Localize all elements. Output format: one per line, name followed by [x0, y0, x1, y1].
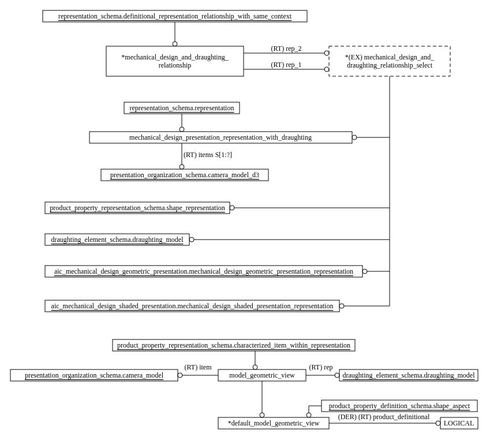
entity-label: product_property_representation_schema.s… [50, 204, 225, 212]
supertype-marker [173, 42, 177, 46]
edge-marker [324, 67, 329, 72]
entity-label: relationship [159, 61, 192, 69]
edge-marker [436, 421, 440, 425]
edge-marker [180, 165, 184, 169]
entity-label: draughting_element_schema.draughting_mod… [51, 236, 184, 244]
select-marker [230, 206, 234, 210]
select-marker [352, 135, 357, 140]
entity-label: draughting_element_schema.draughting_mod… [343, 371, 476, 379]
edge-label: (RT) rep_2 [271, 44, 302, 53]
select-marker [362, 269, 367, 274]
edge-label: (RT) items S[1:?] [184, 151, 232, 159]
entity-label: representation_schema.representation [130, 104, 234, 112]
entity-label: product_property_representation_schema.c… [117, 341, 350, 349]
edge-marker [324, 51, 329, 55]
edge-marker [335, 373, 339, 378]
type-label: LOGICAL [444, 419, 474, 427]
entity-label: product_property_definition_schema.shape… [329, 402, 470, 410]
entity-label: representation_schema.definitional_repre… [58, 12, 292, 20]
entity-label: aic_mechanical_design_geometric_presenta… [54, 267, 353, 275]
supertype-marker [253, 365, 257, 369]
select-marker [189, 237, 194, 242]
edge-marker [178, 373, 182, 378]
edge-label: (RT) rep [309, 363, 333, 371]
supertype-marker [260, 413, 264, 417]
entity-label: presentation_organization_schema.camera_… [25, 371, 164, 379]
entity-label: model_geometric_view [229, 371, 295, 379]
entity-label: aic_mechanical_design_shaded_presentatio… [51, 302, 334, 310]
entity-label: presentation_organization_schema.camera_… [110, 171, 259, 179]
edge-label: (RT) rep_1 [271, 61, 302, 69]
supertype-marker [180, 127, 184, 132]
entity-label: *mechanical_design_and_draughting_ [121, 53, 229, 61]
entity-label: mechanical_design_presentation_represent… [129, 133, 312, 141]
entity-label: *default_model_geometric_view [228, 419, 320, 427]
select-label: *(EX) mechanical_design_and_ [345, 53, 435, 61]
select-label: draughting_relationship_select [347, 61, 433, 69]
select-marker [339, 304, 344, 308]
edge-label: (RT) item [185, 363, 212, 371]
supertype-marker [306, 413, 311, 417]
edge-label: (DER) (RT) product_definitional [338, 413, 430, 421]
